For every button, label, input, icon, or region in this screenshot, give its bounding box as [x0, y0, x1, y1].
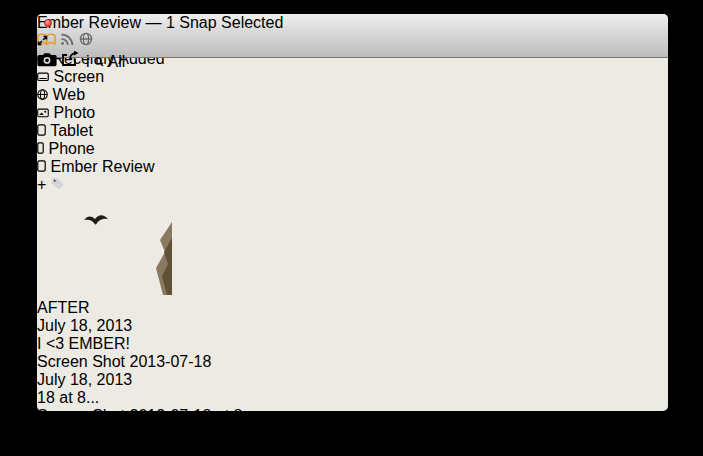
tablet-icon — [37, 122, 50, 139]
titlebar[interactable]: Ember Review — 1 Snap Selected — [37, 14, 668, 32]
tags-icon[interactable] — [51, 176, 64, 193]
sidebar-item-photo[interactable]: Photo — [37, 104, 668, 122]
phone-icon — [37, 140, 48, 157]
window-title: Ember Review — 1 Snap Selected — [37, 14, 668, 32]
snap-title: Screen Shot 2013-07-18 — [37, 353, 668, 371]
snap-title: 18 at 8... — [37, 389, 668, 407]
info-button[interactable]: i — [86, 53, 90, 70]
snap-camera-icon[interactable] — [37, 53, 61, 70]
fullscreen-icon[interactable] — [37, 32, 48, 49]
sidebar-item-tablet[interactable]: Tablet — [37, 122, 668, 140]
add-collection-button[interactable]: + — [37, 176, 46, 193]
photo-icon — [37, 104, 53, 121]
snap-date: July 18, 2013 — [37, 317, 668, 335]
snap-card[interactable]: 18 at 8... — [37, 389, 668, 407]
sidebar-bottom-bar: + — [37, 176, 668, 194]
mini-window-title: I <3 EMBER! — [37, 335, 668, 353]
sidebar-item-label: Tablet — [50, 122, 93, 139]
sidebar-item-ember-review-selected[interactable]: Ember Review — [37, 158, 668, 176]
sidebar-item-label: Ember Review — [50, 158, 154, 175]
sidebar-item-label: Web — [52, 86, 85, 103]
snap-thumbnail-after[interactable] — [37, 194, 668, 299]
sidebar-item-label: Phone — [48, 140, 94, 157]
search-scope-text: All — [107, 53, 125, 70]
sidebar-item-phone[interactable]: Phone — [37, 140, 668, 158]
zoom-button[interactable] — [70, 19, 78, 27]
snap-card[interactable]: AFTER July 18, 2013 — [37, 194, 668, 335]
traffic-lights — [44, 19, 78, 27]
collection-tablet-icon — [37, 158, 50, 175]
snap-card[interactable]: I <3 EMBER! Screen Shot 2013-07-18 Ju — [37, 335, 668, 389]
close-button[interactable] — [44, 19, 52, 27]
globe-icon — [37, 86, 52, 103]
snap-title: AFTER — [37, 299, 668, 317]
window-header: Ember Review — 1 Snap Selected — [37, 14, 668, 58]
search-icon — [94, 53, 108, 70]
sidebar-item-web[interactable]: Web — [37, 86, 668, 104]
share-icon[interactable] — [61, 53, 85, 70]
sidebar-item-label: Photo — [53, 104, 95, 121]
snap-grid: AFTER July 18, 2013 I <3 EMBER! — [37, 194, 668, 411]
app-window: Ember Review — 1 Snap Selected — [37, 14, 668, 411]
snap-title: Screen Shot 2013-07-18 at 8... — [37, 407, 668, 411]
search-input[interactable]: All — [94, 53, 125, 70]
snap-date: July 18, 2013 — [37, 371, 668, 389]
minimize-button[interactable] — [57, 19, 65, 27]
snap-card[interactable]: Screen Shot 2013-07-18 at 8... July 18, … — [37, 407, 668, 411]
snap-thumbnail-ember-app[interactable]: I <3 EMBER! — [37, 335, 668, 353]
